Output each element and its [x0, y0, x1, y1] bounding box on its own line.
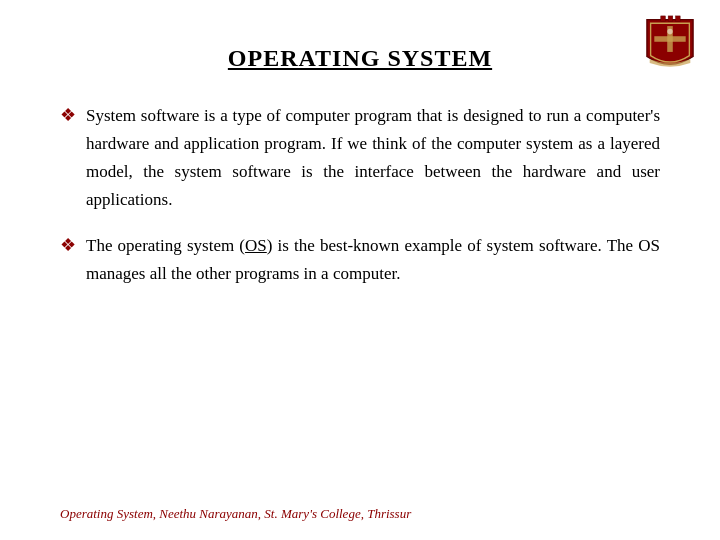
svg-rect-1 [654, 36, 685, 42]
content-area: ❖ System software is a type of computer … [60, 102, 660, 288]
page-title: OPERATING SYSTEM [228, 45, 492, 71]
svg-rect-3 [668, 16, 673, 22]
bullet-symbol-1: ❖ [60, 104, 76, 126]
bullet-text-1: System software is a type of computer pr… [86, 102, 660, 214]
bullet-symbol-2: ❖ [60, 234, 76, 256]
title-area: OPERATING SYSTEM [60, 45, 660, 72]
page-container: OPERATING SYSTEM ❖ System software is a … [0, 0, 720, 540]
svg-point-5 [667, 29, 673, 35]
bullet-item-1: ❖ System software is a type of computer … [60, 102, 660, 214]
footer-text: Operating System, Neethu Narayanan, St. … [60, 506, 411, 521]
os-underline: OS [245, 236, 267, 255]
bullet-item-2: ❖ The operating system (OS) is the best-… [60, 232, 660, 288]
bullet-text-2: The operating system (OS) is the best-kn… [86, 232, 660, 288]
svg-rect-2 [661, 16, 666, 22]
svg-rect-4 [676, 16, 681, 22]
college-crest [640, 15, 700, 75]
footer-area: Operating System, Neethu Narayanan, St. … [60, 504, 660, 522]
